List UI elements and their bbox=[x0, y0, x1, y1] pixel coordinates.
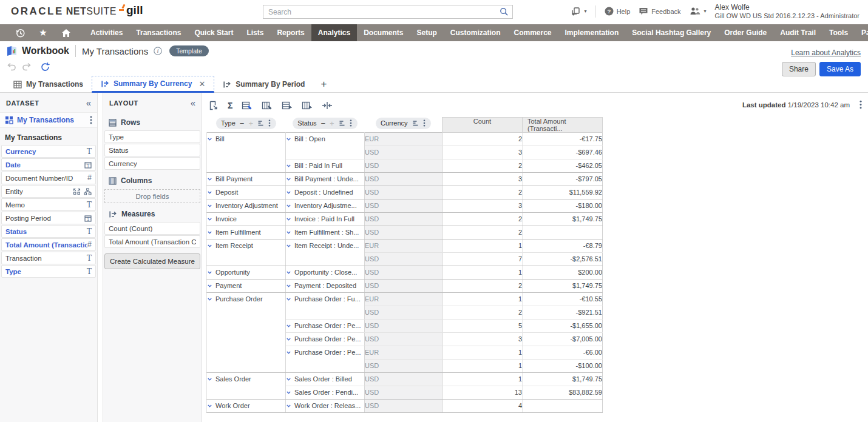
status-group-cell[interactable]: Sales Order : Pendi... bbox=[286, 386, 365, 400]
refresh-icon[interactable] bbox=[40, 62, 50, 72]
summation-icon[interactable]: Σ bbox=[228, 101, 232, 110]
nav-item-order-guide[interactable]: Order Guide bbox=[717, 24, 773, 41]
dataset-field-posting-period[interactable]: Posting Period1 bbox=[1, 212, 96, 224]
type-group-cell[interactable]: Purchase Order bbox=[207, 293, 286, 373]
nav-item-lists[interactable]: Lists bbox=[240, 24, 270, 41]
export-icon[interactable] bbox=[208, 100, 219, 111]
home-icon[interactable] bbox=[55, 24, 78, 41]
status-group-cell[interactable]: Bill : Open bbox=[286, 133, 365, 159]
type-group-cell[interactable]: Opportunity bbox=[207, 266, 286, 280]
dataset-field-total-amount-transactio-[interactable]: Total Amount (Transactio...# bbox=[1, 238, 96, 251]
status-group-cell[interactable]: Purchase Order : Pe... bbox=[286, 346, 365, 373]
type-group-cell[interactable]: Sales Order bbox=[207, 373, 286, 400]
layout-row-field-currency[interactable]: Currency bbox=[104, 157, 200, 170]
pivot-field-status[interactable]: Status−+ bbox=[293, 118, 357, 129]
search-input[interactable] bbox=[263, 8, 500, 16]
column-header-total-amount[interactable]: Total Amount (Transacti... bbox=[523, 118, 603, 133]
type-group-cell[interactable]: Item Receipt bbox=[207, 239, 286, 266]
kebab-menu-icon[interactable] bbox=[350, 119, 352, 127]
expand-all-icon[interactable]: + bbox=[248, 119, 253, 127]
type-group-cell[interactable]: Bill Payment bbox=[207, 173, 286, 186]
status-group-cell[interactable]: Purchase Order : Pe... bbox=[286, 333, 365, 346]
add-tab-button[interactable]: + bbox=[313, 78, 334, 90]
dataset-field-document-number-id[interactable]: Document Number/ID# bbox=[1, 172, 96, 184]
nav-item-activities[interactable]: Activities bbox=[84, 24, 129, 41]
autofit-columns-icon[interactable] bbox=[322, 101, 333, 110]
status-group-cell[interactable]: Invoice : Paid In Full bbox=[286, 213, 365, 226]
sort-icon[interactable] bbox=[412, 119, 419, 127]
status-group-cell[interactable]: Purchase Order : Pe... bbox=[286, 320, 365, 333]
expand-all-icon[interactable]: + bbox=[330, 119, 334, 127]
collapse-all-icon[interactable]: − bbox=[321, 119, 326, 127]
info-icon[interactable]: i bbox=[154, 47, 162, 55]
status-group-cell[interactable]: Payment : Deposited bbox=[286, 280, 365, 293]
dataset-field-type[interactable]: TypeT bbox=[1, 265, 96, 278]
collapse-panel-icon[interactable]: « bbox=[191, 100, 195, 106]
dataset-field-date[interactable]: Date1 bbox=[1, 158, 96, 171]
pin-rows-icon[interactable] bbox=[282, 101, 293, 111]
edit-columns-icon[interactable] bbox=[262, 101, 273, 111]
column-header-count[interactable]: Count bbox=[442, 118, 523, 133]
dataset-field-currency[interactable]: CurrencyT bbox=[1, 145, 96, 158]
nav-item-audit-trail[interactable]: Audit Trail bbox=[773, 24, 822, 41]
nav-item-implementation[interactable]: Implementation bbox=[558, 24, 626, 41]
create-calculated-measure-button[interactable]: Create Calculated Measure bbox=[104, 253, 200, 269]
user-info[interactable]: Alex Wolfe Gill OW WD US Std 2016.2.12.2… bbox=[715, 3, 860, 19]
kebab-menu-icon[interactable] bbox=[423, 119, 426, 127]
learn-about-analytics-link[interactable]: Learn about Analytics bbox=[791, 49, 861, 57]
nav-item-commerce[interactable]: Commerce bbox=[507, 24, 558, 41]
type-group-cell[interactable]: Deposit bbox=[207, 186, 286, 199]
dataset-source[interactable]: My Transactions bbox=[0, 112, 97, 128]
collapse-all-icon[interactable]: − bbox=[240, 119, 245, 127]
dataset-field-status[interactable]: StatusT bbox=[1, 225, 96, 238]
tab-my-transactions[interactable]: My Transactions bbox=[5, 76, 92, 92]
status-group-cell[interactable]: Item Receipt : Unde... bbox=[286, 239, 365, 266]
sort-icon[interactable] bbox=[339, 119, 345, 127]
dataset-field-entity[interactable]: Entity bbox=[1, 185, 96, 198]
type-group-cell[interactable]: Bill bbox=[207, 133, 286, 173]
status-group-cell[interactable]: Deposit : Undefined bbox=[286, 186, 365, 199]
shortcuts-star-icon[interactable]: ★ bbox=[32, 24, 55, 41]
type-group-cell[interactable]: Work Order bbox=[207, 400, 286, 413]
layout-measure-count-count-[interactable]: Count (Count) bbox=[104, 222, 200, 235]
save-as-button[interactable]: Save As bbox=[819, 62, 861, 76]
help-button[interactable]: ? Help bbox=[605, 7, 631, 16]
collapse-panel-icon[interactable]: « bbox=[86, 100, 91, 106]
type-group-cell[interactable]: Payment bbox=[207, 280, 286, 293]
kebab-menu-icon[interactable] bbox=[90, 116, 92, 124]
status-group-cell[interactable]: Work Order : Releas... bbox=[286, 400, 365, 413]
nav-item-reports[interactable]: Reports bbox=[270, 24, 311, 41]
roles-menu[interactable]: ▾ bbox=[690, 7, 707, 16]
feedback-button[interactable]: Feedback bbox=[639, 7, 680, 16]
dataset-field-transaction[interactable]: TransactionT bbox=[1, 252, 96, 264]
status-group-cell[interactable]: Inventory Adjustme... bbox=[286, 199, 365, 213]
nav-item-pacejet[interactable]: Pacejet bbox=[855, 24, 868, 41]
undo-icon[interactable] bbox=[6, 62, 16, 72]
close-tab-icon[interactable]: ✕ bbox=[198, 79, 205, 89]
columns-drop-zone[interactable]: Drop fields bbox=[104, 189, 200, 203]
status-group-cell[interactable]: Item Fulfillment : Sh... bbox=[286, 226, 365, 239]
layout-row-field-type[interactable]: Type bbox=[104, 130, 200, 143]
search-icon[interactable] bbox=[500, 7, 509, 16]
status-group-cell[interactable]: Opportunity : Close... bbox=[286, 266, 365, 280]
type-group-cell[interactable]: Inventory Adjustment bbox=[207, 199, 286, 213]
layout-row-field-status[interactable]: Status bbox=[104, 144, 200, 156]
sort-icon[interactable] bbox=[257, 119, 264, 127]
status-group-cell[interactable]: Bill : Paid In Full bbox=[286, 159, 365, 173]
nav-item-setup[interactable]: Setup bbox=[410, 24, 443, 41]
nav-item-tools[interactable]: Tools bbox=[822, 24, 855, 41]
status-group-cell[interactable]: Purchase Order : Fu... bbox=[286, 293, 365, 320]
nav-item-transactions[interactable]: Transactions bbox=[129, 24, 188, 41]
nav-item-quick-start[interactable]: Quick Start bbox=[188, 24, 240, 41]
share-button[interactable]: Share bbox=[782, 62, 816, 76]
redo-icon[interactable] bbox=[22, 62, 32, 72]
type-group-cell[interactable]: Item Fulfillment bbox=[207, 226, 286, 239]
status-group-cell[interactable]: Bill Payment : Unde... bbox=[286, 173, 365, 186]
nav-item-customization[interactable]: Customization bbox=[444, 24, 507, 41]
status-group-cell[interactable]: Sales Order : Billed bbox=[286, 373, 365, 386]
pivot-kebab-menu-icon[interactable] bbox=[860, 100, 862, 109]
nav-item-social-hashtag-gallery[interactable]: Social Hashtag Gallery bbox=[625, 24, 717, 41]
edit-rows-icon[interactable] bbox=[242, 101, 253, 111]
pin-columns-icon[interactable] bbox=[302, 101, 313, 111]
nav-item-documents[interactable]: Documents bbox=[357, 24, 410, 41]
